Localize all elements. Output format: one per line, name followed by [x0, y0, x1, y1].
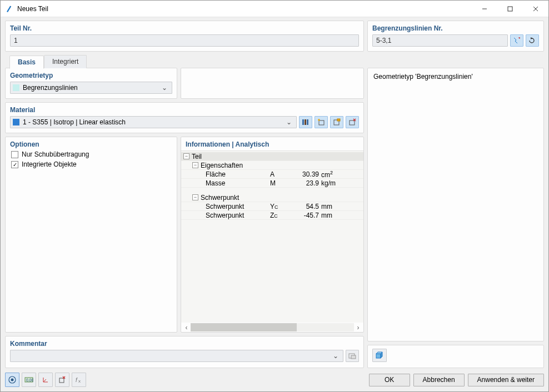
- row-schwer1-unit: mm: [319, 203, 341, 210]
- svg-rect-1: [508, 7, 512, 11]
- info-panel: Informationen | Analytisch − Teil − Eige…: [181, 137, 364, 333]
- comment-label: Kommentar: [10, 340, 359, 348]
- row-schwer1-val: 54.5: [289, 203, 319, 210]
- minimize-button[interactable]: [472, 1, 497, 17]
- row-schwer1-label: Schwerpunkt: [206, 203, 270, 210]
- tree-toggle[interactable]: −: [183, 153, 189, 159]
- tree-eigenschaften: Eigenschaften: [201, 162, 243, 169]
- row-flaeche-label: Fläche: [206, 170, 270, 178]
- teil-nr-label: Teil Nr.: [10, 24, 359, 32]
- material-value: 1 - S355 | Isotrop | Linear elastisch: [23, 118, 284, 126]
- row-masse-unit: kg/m: [319, 179, 341, 187]
- teil-nr-input[interactable]: [10, 34, 359, 47]
- row-masse-label: Masse: [206, 179, 270, 187]
- begrenzung-panel: Begrenzungslinien Nr.: [367, 21, 544, 52]
- svg-rect-5: [305, 119, 306, 125]
- checkbox-schub[interactable]: [11, 151, 18, 158]
- row-schwer2-sym: ZC: [270, 212, 289, 219]
- tree-schwerpunkt: Schwerpunkt: [201, 194, 239, 202]
- geometrietyp-value: Begrenzungslinien: [23, 84, 159, 92]
- tab-integriert[interactable]: Integriert: [44, 55, 87, 68]
- scroll-left-icon[interactable]: ‹: [182, 323, 191, 331]
- chevron-down-icon: ⌄: [284, 118, 294, 126]
- row-schwer2-val: -45.7: [289, 212, 319, 219]
- geometrietyp-combo[interactable]: Begrenzungslinien ⌄: [10, 82, 172, 94]
- svg-rect-9: [337, 119, 340, 121]
- svg-rect-6: [307, 119, 308, 125]
- svg-rect-7: [319, 120, 324, 125]
- footer-fx-icon[interactable]: fx: [72, 373, 86, 387]
- svg-rect-18: [59, 378, 64, 383]
- chevron-down-icon: ⌄: [331, 352, 341, 360]
- geometrietyp-panel: Geometrietyp Begrenzungslinien ⌄: [5, 68, 177, 99]
- maximize-button[interactable]: [497, 1, 523, 17]
- svg-rect-12: [351, 355, 356, 359]
- options-label: Optionen: [10, 140, 172, 148]
- material-new-icon[interactable]: [315, 116, 328, 128]
- begrenzung-label: Begrenzungslinien Nr.: [372, 24, 539, 32]
- svg-rect-4: [302, 119, 304, 125]
- svg-point-15: [11, 379, 14, 381]
- teil-nr-panel: Teil Nr.: [5, 21, 364, 52]
- tree-toggle[interactable]: −: [192, 194, 198, 200]
- cancel-button[interactable]: Abbrechen: [413, 374, 465, 386]
- comment-combo[interactable]: ⌄: [10, 350, 343, 362]
- comment-action-icon[interactable]: [346, 350, 359, 362]
- apply-button[interactable]: Anwenden & weiter: [468, 374, 544, 386]
- footer-delete-icon[interactable]: [55, 373, 69, 387]
- row-flaeche-sym: A: [270, 170, 289, 178]
- scroll-right-icon[interactable]: ›: [354, 323, 362, 331]
- material-library-icon[interactable]: [299, 116, 312, 128]
- row-flaeche-val: 30.39: [289, 170, 319, 178]
- row-schwer2-unit: mm: [319, 212, 341, 219]
- close-button[interactable]: [523, 1, 548, 17]
- window-title: Neues Teil: [17, 5, 472, 13]
- material-label: Material: [10, 106, 359, 114]
- checkbox-integrierte[interactable]: ✓: [11, 161, 18, 168]
- right-bottom-panel: [367, 345, 544, 368]
- info-tree: − Teil − Eigenschaften Fläche: [181, 150, 363, 323]
- geom-info-panel: Geometrietyp 'Begrenzungslinien': [367, 68, 544, 341]
- begrenzung-input[interactable]: [372, 34, 508, 47]
- row-flaeche-unit: cm2: [319, 170, 341, 179]
- footer-help-icon[interactable]: [5, 373, 19, 387]
- material-swatch-icon: [13, 119, 19, 125]
- geometrietyp-label: Geometrietyp: [10, 72, 172, 79]
- chevron-down-icon: ⌄: [159, 84, 169, 92]
- svg-text:0,00: 0,00: [26, 378, 33, 382]
- svg-text:x: x: [78, 379, 81, 384]
- view-3d-icon[interactable]: [372, 349, 387, 362]
- footer-coords-icon[interactable]: [38, 373, 53, 387]
- material-delete-icon[interactable]: [346, 116, 359, 128]
- material-panel: Material 1 - S355 | Isotrop | Linear ela…: [5, 102, 364, 133]
- info-title: Informationen | Analytisch: [181, 137, 363, 150]
- horizontal-scrollbar[interactable]: ‹ ›: [181, 323, 363, 332]
- material-edit-icon[interactable]: [330, 116, 343, 128]
- ok-button[interactable]: OK: [369, 374, 410, 386]
- comment-panel: Kommentar ⌄: [5, 336, 364, 368]
- row-schwer1-sym: YC: [270, 203, 289, 210]
- tab-basis[interactable]: Basis: [9, 56, 44, 69]
- row-masse-val: 23.9: [289, 179, 319, 187]
- row-schwer2-label: Schwerpunkt: [206, 212, 270, 219]
- schub-label: Nur Schubübertragung: [22, 150, 89, 158]
- geom-info-text: Geometrietyp 'Begrenzungslinien': [373, 73, 538, 81]
- geom-preview-panel: [181, 68, 364, 99]
- material-combo[interactable]: 1 - S355 | Isotrop | Linear elastisch ⌄: [10, 116, 297, 128]
- reverse-icon[interactable]: [526, 34, 539, 47]
- row-masse-sym: M: [270, 179, 289, 187]
- pick-lines-icon[interactable]: [510, 34, 523, 47]
- tree-teil: Teil: [192, 153, 202, 160]
- geom-swatch-icon: [13, 84, 19, 91]
- options-panel: Optionen Nur Schubübertragung ✓ Integrie…: [5, 137, 177, 333]
- tree-toggle[interactable]: −: [192, 162, 198, 168]
- svg-text:f: f: [76, 377, 78, 383]
- integrierte-label: Integrierte Objekte: [22, 160, 77, 168]
- svg-rect-13: [376, 354, 381, 358]
- app-icon: [5, 4, 14, 13]
- footer-units-icon[interactable]: 0,00: [22, 373, 36, 387]
- scroll-thumb[interactable]: [191, 323, 297, 331]
